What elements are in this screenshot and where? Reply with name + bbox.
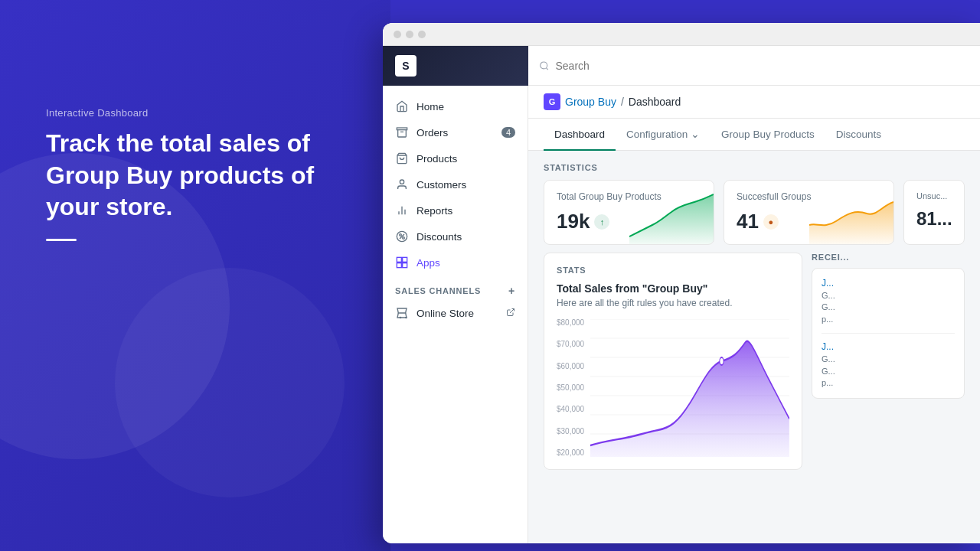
main-chart-card: STATS Total Sales from "Group Buy" Here … (544, 253, 802, 470)
sidebar-label-discounts: Discounts (416, 231, 462, 243)
sidebar-label-orders: Orders (416, 127, 448, 139)
content-area: G Group Buy / Dashboard Dashboard Config… (528, 86, 980, 543)
svg-line-1 (546, 67, 547, 69)
svg-rect-16 (403, 263, 407, 268)
left-background (0, 0, 390, 551)
sidebar-item-online-store[interactable]: Online Store (383, 300, 528, 326)
search-input[interactable] (555, 60, 969, 72)
recent-link-1[interactable]: J... (822, 278, 955, 289)
sales-channels-header: SALES CHANNELS + (383, 276, 528, 300)
sidebar: Home Orders 4 Products Customers (383, 86, 528, 543)
sidebar-label-online-store: Online Store (416, 308, 474, 319)
tab-discounts[interactable]: Discounts (825, 119, 892, 151)
stat-card-total-products: Total Group Buy Products 19k ↑ (544, 180, 714, 245)
reports-icon (395, 204, 409, 217)
stat-card-unsuccessful: Unsuc... 81... (903, 180, 965, 245)
bottom-stats-area: STATS Total Sales from "Group Buy" Here … (528, 253, 980, 478)
recent-desc-2: G...G...p... (822, 354, 955, 389)
hero-section: Interactive Dashboard Track the total sa… (46, 107, 337, 241)
recent-section: RECEI... J... G...G...p... J... G...G...… (812, 253, 965, 470)
svg-rect-14 (403, 257, 407, 262)
breadcrumb-separator: / (621, 96, 624, 108)
successful-chart (809, 191, 893, 244)
statistics-label: STATISTICS (544, 163, 965, 172)
hero-label: Interactive Dashboard (46, 107, 337, 119)
svg-point-10 (403, 237, 405, 240)
sales-chart-svg (590, 319, 789, 457)
sidebar-item-orders[interactable]: Orders 4 (383, 119, 528, 145)
statistics-section: STATISTICS Total Group Buy Products 19k … (528, 151, 980, 253)
topbar-logo: S (383, 46, 528, 86)
window-dot-2 (406, 31, 413, 38)
svg-rect-2 (397, 128, 407, 130)
search-bar[interactable] (528, 46, 980, 86)
svg-point-5 (400, 180, 403, 184)
sidebar-item-home[interactable]: Home (383, 93, 528, 119)
sidebar-item-discounts[interactable]: Discounts (383, 223, 528, 249)
tab-navigation: Dashboard Configuration ⌄ Group Buy Prod… (528, 119, 980, 151)
orders-badge: 4 (501, 127, 515, 138)
tab-group-buy-products[interactable]: Group Buy Products (710, 119, 825, 151)
chart-y-axis: $80,000 $70,000 $60,000 $50,000 $40,000 … (557, 319, 590, 457)
chart-area: $80,000 $70,000 $60,000 $50,000 $40,000 … (557, 319, 789, 457)
orders-icon (395, 126, 409, 139)
svg-point-9 (400, 234, 402, 236)
chart-dot (720, 357, 724, 365)
sidebar-label-reports: Reports (416, 205, 452, 217)
hero-divider (46, 239, 77, 241)
svg-rect-13 (397, 257, 401, 262)
chart-svg-container (590, 319, 789, 457)
store-icon (395, 306, 409, 320)
breadcrumb: G Group Buy / Dashboard (528, 86, 980, 119)
statistics-cards: Total Group Buy Products 19k ↑ (544, 180, 965, 245)
breadcrumb-current: Dashboard (629, 96, 681, 108)
window-dot-3 (418, 31, 426, 38)
svg-rect-15 (397, 263, 401, 268)
sidebar-item-reports[interactable]: Reports (383, 197, 528, 223)
external-link-icon[interactable] (506, 308, 515, 319)
sidebar-label-apps: Apps (416, 257, 440, 269)
sidebar-item-customers[interactable]: Customers (383, 171, 528, 197)
total-products-chart (629, 191, 714, 244)
window-chrome (383, 23, 980, 46)
chart-subtitle: Here are all the gift rules you have cre… (557, 298, 789, 308)
window-dot-1 (394, 31, 401, 38)
customers-icon (395, 178, 409, 191)
sidebar-item-apps[interactable]: Apps (383, 249, 528, 276)
apps-icon (395, 256, 409, 269)
chart-title: Total Sales from "Group Buy" (557, 282, 789, 295)
stat-value-unsuccessful: 81... (916, 208, 952, 230)
logo-icon: S (395, 55, 416, 77)
svg-point-0 (541, 61, 547, 68)
stat-title-unsuccessful: Unsuc... (916, 191, 952, 201)
orange-circle-icon: ● (763, 214, 779, 230)
recent-label: RECEI... (812, 253, 965, 262)
app-window: S Home Orders 4 (383, 23, 980, 543)
sidebar-item-products[interactable]: Products (383, 145, 528, 171)
sidebar-label-home: Home (416, 101, 444, 112)
recent-item-1: J... G...G...p... (822, 278, 955, 334)
topbar: S (383, 46, 980, 86)
stats-label-bottom: STATS (557, 266, 789, 275)
products-icon (395, 152, 409, 165)
green-up-icon: ↑ (594, 214, 609, 230)
main-layout: Home Orders 4 Products Customers (383, 86, 980, 543)
tab-dashboard[interactable]: Dashboard (544, 119, 616, 151)
home-icon (395, 99, 409, 113)
recent-desc-1: G...G...p... (822, 290, 955, 325)
hero-title: Track the total sales of Group Buy produ… (46, 128, 337, 223)
sidebar-label-customers: Customers (416, 179, 466, 191)
breadcrumb-app-name[interactable]: Group Buy (565, 96, 616, 108)
search-icon (539, 60, 549, 71)
stat-card-successful: Succesfull Groups 41 ● (724, 180, 894, 245)
add-channel-icon[interactable]: + (508, 285, 515, 297)
recent-link-2[interactable]: J... (822, 341, 955, 352)
recent-card: J... G...G...p... J... G...G...p... (812, 268, 965, 399)
app-icon: G (544, 93, 560, 110)
tab-configuration[interactable]: Configuration ⌄ (616, 119, 710, 151)
sidebar-label-products: Products (416, 153, 457, 165)
discounts-icon (395, 230, 409, 243)
recent-item-2: J... G...G...p... (822, 341, 955, 389)
svg-line-11 (400, 234, 404, 239)
svg-line-19 (510, 308, 514, 313)
